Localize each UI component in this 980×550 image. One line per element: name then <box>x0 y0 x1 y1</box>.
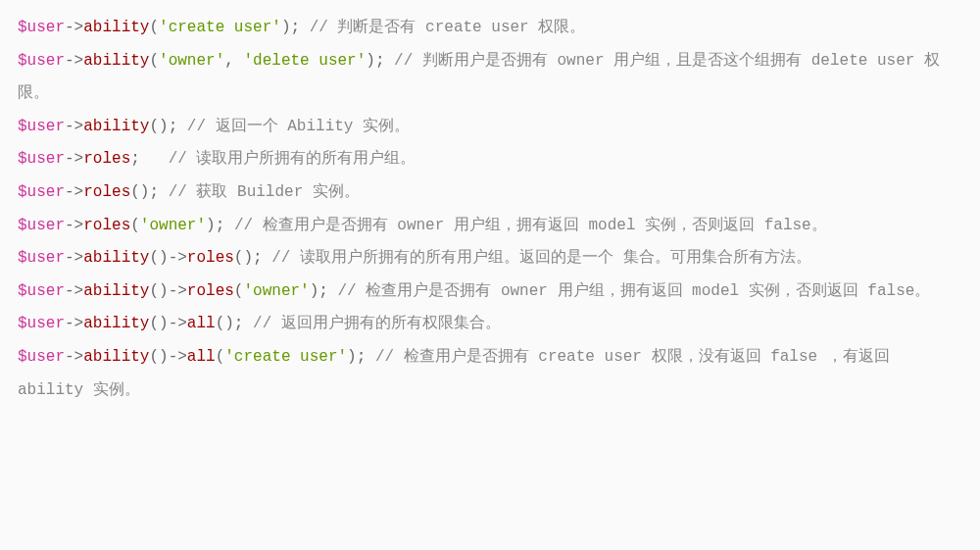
token-com: // 读取用户所拥有的所有用户组。返回的是一个 集合。可用集合所有方法。 <box>271 249 810 267</box>
token-punct: (); <box>234 249 271 267</box>
token-punct: ); <box>281 19 310 36</box>
code-line: $user->ability('create user'); // 判断是否有 … <box>18 12 962 45</box>
token-com: // 获取 Builder 实例。 <box>169 183 360 201</box>
token-str: 'delete user' <box>243 52 366 70</box>
token-punct: ( <box>149 19 159 36</box>
code-line: $user->ability()->all(); // 返回用户拥有的所有权限集… <box>18 308 962 341</box>
token-punct: (); <box>149 118 186 135</box>
token-str: 'create user' <box>224 348 347 366</box>
token-arrow: -> <box>65 348 83 366</box>
token-punct: ; <box>130 150 168 168</box>
code-line: $user->ability()->roles(); // 读取用户所拥有的所有… <box>18 242 962 275</box>
token-str: 'owner' <box>159 52 224 70</box>
token-arrow: -> <box>65 183 83 201</box>
token-punct: ); <box>366 52 394 70</box>
token-var: $user <box>18 150 65 168</box>
token-arrow: -> <box>65 282 83 300</box>
token-func: ability <box>83 348 149 366</box>
token-arrow: -> <box>65 315 83 332</box>
token-punct: ( <box>149 52 159 70</box>
token-punct: ); <box>206 217 234 234</box>
token-var: $user <box>18 52 65 70</box>
token-func: all <box>187 348 216 366</box>
token-func: ability <box>83 52 149 70</box>
token-func: ability <box>83 19 149 36</box>
token-com: // 判断是否有 create user 权限。 <box>310 19 586 36</box>
token-arrow: -> <box>65 52 83 70</box>
token-arrow: -> <box>169 249 187 267</box>
token-var: $user <box>18 217 65 234</box>
code-line: $user->ability(); // 返回一个 Ability 实例。 <box>18 111 962 144</box>
token-com: // 检查用户是否拥有 owner 用户组，拥有返回 model 实例，否则返回… <box>338 282 931 300</box>
token-str: 'create user' <box>159 19 281 36</box>
token-punct: ( <box>130 217 140 234</box>
token-arrow: -> <box>169 348 187 366</box>
token-punct: ( <box>216 348 225 366</box>
token-com: // 检查用户是否拥有 owner 用户组，拥有返回 model 实例，否则返回… <box>234 217 827 234</box>
token-func: all <box>187 315 216 332</box>
token-punct: (); <box>130 183 168 201</box>
token-punct: , <box>224 52 243 70</box>
token-arrow: -> <box>65 217 83 234</box>
token-punct: () <box>149 249 168 267</box>
token-com: // 读取用户所拥有的所有用户组。 <box>169 150 416 168</box>
token-punct: () <box>149 282 168 300</box>
token-punct: () <box>149 348 168 366</box>
token-str: 'owner' <box>243 282 309 300</box>
token-com: // 返回一个 Ability 实例。 <box>187 118 410 135</box>
code-line: $user->ability('owner', 'delete user'); … <box>18 45 962 111</box>
token-func: roles <box>83 217 130 234</box>
token-func: roles <box>83 183 130 201</box>
token-arrow: -> <box>65 118 83 135</box>
code-line: $user->roles('owner'); // 检查用户是否拥有 owner… <box>18 210 962 243</box>
token-func: roles <box>83 150 130 168</box>
token-var: $user <box>18 282 65 300</box>
token-func: ability <box>83 282 149 300</box>
token-str: 'owner' <box>140 217 206 234</box>
code-line: $user->roles; // 读取用户所拥有的所有用户组。 <box>18 143 962 176</box>
token-arrow: -> <box>65 150 83 168</box>
token-func: roles <box>187 249 234 267</box>
token-var: $user <box>18 19 65 36</box>
token-var: $user <box>18 183 65 201</box>
code-block: $user->ability('create user'); // 判断是否有 … <box>18 12 962 407</box>
token-var: $user <box>18 249 65 267</box>
token-func: ability <box>83 315 149 332</box>
token-func: roles <box>187 282 234 300</box>
token-arrow: -> <box>65 249 83 267</box>
code-line: $user->ability()->roles('owner'); // 检查用… <box>18 275 962 309</box>
token-var: $user <box>18 348 65 366</box>
token-com: // 返回用户拥有的所有权限集合。 <box>253 315 501 332</box>
token-punct: ); <box>310 282 338 300</box>
token-var: $user <box>18 118 65 135</box>
token-func: ability <box>83 118 149 135</box>
token-func: ability <box>83 249 149 267</box>
token-punct: () <box>149 315 168 332</box>
token-arrow: -> <box>169 315 187 332</box>
token-arrow: -> <box>169 282 187 300</box>
token-var: $user <box>18 315 65 332</box>
code-line: $user->roles(); // 获取 Builder 实例。 <box>18 176 962 210</box>
token-punct: ); <box>347 348 375 366</box>
code-line: $user->ability()->all('create user'); //… <box>18 341 962 407</box>
token-punct: (); <box>216 315 253 332</box>
token-arrow: -> <box>65 19 83 36</box>
